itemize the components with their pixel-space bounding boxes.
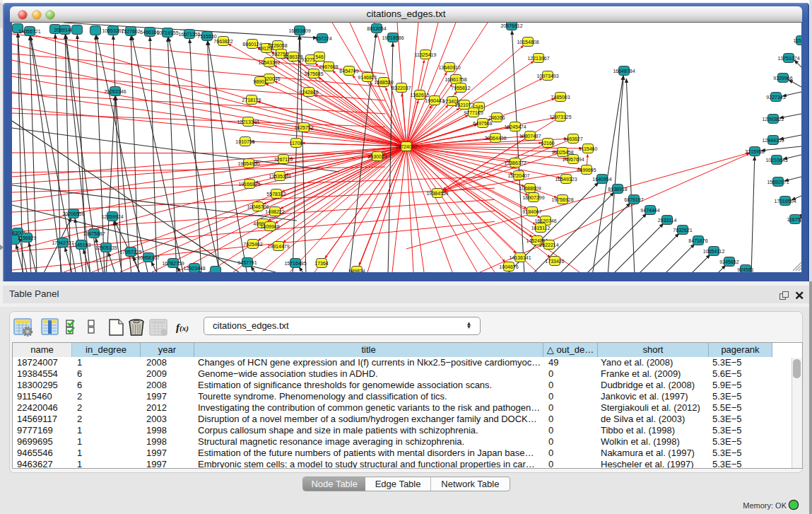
svg-text:17016504: 17016504	[774, 199, 796, 204]
svg-text:9777169: 9777169	[464, 110, 483, 115]
svg-text:17942737: 17942737	[52, 240, 73, 245]
svg-text:7625402: 7625402	[243, 242, 262, 247]
svg-text:20206556: 20206556	[62, 211, 84, 216]
svg-text:12093822: 12093822	[762, 117, 784, 122]
svg-text:20876612: 20876612	[500, 23, 522, 28]
svg-text:9227343: 9227343	[766, 95, 785, 100]
svg-text:15716485: 15716485	[284, 261, 306, 266]
svg-text:8938918: 8938918	[608, 187, 627, 192]
svg-text:19166825: 19166825	[238, 182, 260, 187]
svg-text:17364: 17364	[314, 261, 329, 266]
svg-text:7955812: 7955812	[451, 86, 470, 90]
svg-text:3215958: 3215958	[745, 149, 764, 154]
svg-text:17386372: 17386372	[504, 160, 526, 165]
svg-text:7515530: 7515530	[197, 34, 216, 39]
svg-text:11325419: 11325419	[415, 52, 437, 57]
svg-text:1156829: 1156829	[18, 235, 37, 240]
svg-text:1409948: 1409948	[260, 224, 279, 229]
svg-text:18724007: 18724007	[395, 144, 417, 149]
svg-text:16543362: 16543362	[258, 60, 280, 65]
svg-text:1640954: 1640954	[592, 177, 611, 182]
svg-text:14055721: 14055721	[18, 29, 40, 34]
svg-text:2718176: 2718176	[242, 98, 261, 103]
svg-text:5578332: 5578332	[266, 192, 286, 197]
svg-text:0699695: 0699695	[577, 168, 596, 173]
svg-text:9457791: 9457791	[237, 260, 257, 265]
svg-text:924561: 924561	[737, 267, 753, 272]
svg-text:15692971: 15692971	[767, 180, 789, 185]
svg-text:1621072: 1621072	[454, 103, 473, 107]
svg-text:15720407: 15720407	[507, 173, 529, 178]
svg-text:8471676: 8471676	[688, 238, 707, 243]
svg-text:2967608: 2967608	[319, 64, 338, 69]
svg-text:2522214: 2522214	[539, 243, 558, 247]
svg-text:11700: 11700	[290, 141, 303, 146]
svg-text:7857224: 7857224	[312, 36, 331, 41]
svg-text:16648784: 16648784	[613, 69, 635, 74]
svg-text:13751074: 13751074	[777, 56, 799, 61]
svg-text:12505135: 12505135	[95, 245, 117, 250]
svg-text:9184067: 9184067	[522, 209, 541, 214]
svg-text:1145193: 1145193	[72, 243, 91, 247]
svg-text:9115460: 9115460	[579, 146, 598, 151]
svg-text:19914479: 19914479	[267, 244, 289, 249]
svg-text:19654955: 19654955	[237, 161, 259, 166]
svg-text:10807487: 10807487	[519, 134, 541, 139]
svg-text:19384554: 19384554	[426, 191, 448, 196]
svg-text:13535384: 13535384	[269, 174, 290, 179]
svg-text:1004676: 1004676	[499, 264, 518, 269]
svg-text:10210643: 10210643	[765, 158, 787, 163]
svg-text:16245474: 16245474	[504, 124, 526, 129]
svg-text:949824: 949824	[348, 269, 365, 272]
svg-text:9329966: 9329966	[773, 76, 792, 81]
svg-text:7485003: 7485003	[551, 95, 570, 100]
svg-text:17957225: 17957225	[119, 250, 141, 255]
svg-text:10025458: 10025458	[551, 150, 573, 155]
svg-text:1588520: 1588520	[374, 80, 393, 85]
svg-text:13640910: 13640910	[438, 65, 460, 70]
svg-text:8322037: 8322037	[392, 86, 411, 90]
svg-text:20364436: 20364436	[484, 136, 506, 141]
svg-text:1527602: 1527602	[121, 29, 140, 34]
svg-text:1362615: 1362615	[410, 93, 429, 98]
svg-text:3675685: 3675685	[304, 71, 323, 76]
svg-text:12213303: 12213303	[237, 119, 259, 124]
svg-text:8186328: 8186328	[283, 54, 302, 59]
svg-text:3267110: 3267110	[274, 157, 293, 162]
svg-text:9146821: 9146821	[358, 75, 377, 80]
svg-text:16782759: 16782759	[162, 261, 184, 266]
svg-text:10654112: 10654112	[703, 249, 725, 254]
svg-text:14136141: 14136141	[509, 255, 531, 260]
svg-text:9463627: 9463627	[563, 136, 582, 141]
svg-text:1498222: 1498222	[265, 209, 284, 214]
svg-text:18907299: 18907299	[522, 195, 544, 200]
svg-text:2933114: 2933114	[658, 218, 677, 223]
svg-text:16120746: 16120746	[534, 218, 556, 223]
svg-text:20053346: 20053346	[104, 89, 126, 94]
svg-text:98901: 98901	[253, 79, 267, 84]
svg-text:12213967: 12213967	[527, 56, 549, 61]
svg-text:1615112: 1615112	[531, 226, 551, 230]
svg-text:746266: 746266	[488, 115, 505, 120]
svg-text:115155: 115155	[794, 38, 801, 43]
svg-text:10046766: 10046766	[247, 204, 269, 209]
svg-text:116753: 116753	[787, 217, 801, 222]
svg-text:9245652: 9245652	[719, 259, 739, 264]
svg-text:546: 546	[315, 54, 324, 59]
svg-text:14957694: 14957694	[562, 157, 584, 162]
svg-text:7632621: 7632621	[673, 228, 692, 233]
svg-text:19756928: 19756928	[551, 197, 573, 202]
svg-text:9242848: 9242848	[299, 90, 318, 95]
svg-text:1733426: 1733426	[545, 259, 564, 264]
svg-text:1425752: 1425752	[294, 125, 313, 130]
svg-text:6879197: 6879197	[624, 197, 643, 202]
svg-text:62160: 62160	[541, 141, 555, 146]
svg-text:19218586: 19218586	[382, 35, 404, 40]
svg-text:16853809: 16853809	[288, 28, 310, 33]
svg-text:12923448: 12923448	[183, 266, 205, 271]
svg-text:2530029: 2530029	[367, 154, 387, 159]
svg-text:10719155: 10719155	[156, 30, 178, 35]
svg-text:10958107: 10958107	[137, 255, 159, 260]
svg-text:8454749: 8454749	[339, 69, 358, 74]
svg-text:10154808: 10154808	[517, 40, 539, 45]
